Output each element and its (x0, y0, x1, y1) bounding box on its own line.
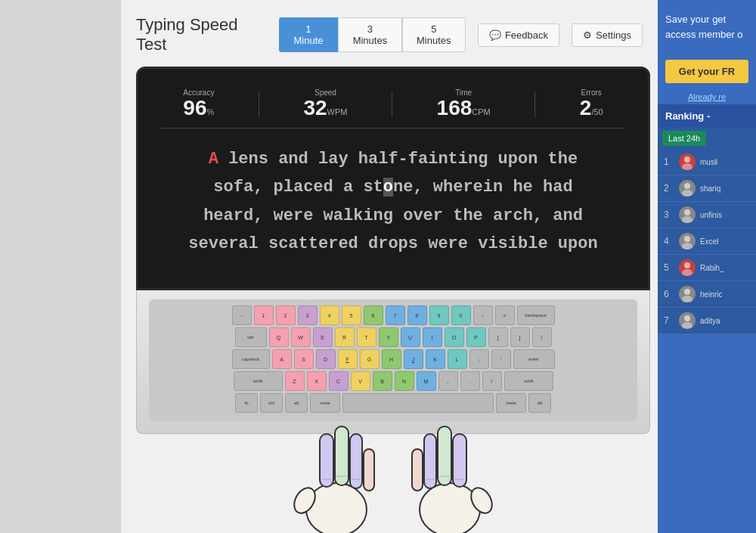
key-x: X (307, 371, 327, 391)
stat-errors: Errors 2/50 (580, 88, 603, 120)
key-v: V (351, 371, 370, 391)
errors-value: 2 (580, 96, 592, 119)
avatar (679, 286, 696, 302)
key-ralt: alt (528, 393, 551, 413)
btn-3min[interactable]: 3 Minutes (338, 17, 401, 52)
chat-icon: 💬 (489, 29, 501, 41)
svg-point-31 (682, 322, 692, 329)
text-line3: heard, were walking over the arch, and (203, 206, 583, 225)
key-d: D (316, 349, 336, 369)
key-lshift: lshift (234, 371, 283, 391)
ranking-item: 4 Excel (658, 228, 756, 255)
left-sidebar (0, 0, 121, 533)
rank-number: 5 (664, 262, 674, 273)
svg-point-22 (684, 209, 690, 215)
main-content: Typing Speed Test 1 Minute 3 Minutes 5 M… (121, 0, 658, 533)
char-error: A (209, 150, 218, 169)
key-5: 5 (342, 305, 361, 325)
key-alt: alt (285, 393, 308, 413)
svg-point-19 (682, 163, 692, 170)
already-link[interactable]: Already re (658, 89, 756, 104)
avatar (679, 259, 696, 276)
svg-rect-4 (350, 434, 362, 488)
key-lmeta: meta (310, 393, 340, 413)
btn-5min[interactable]: 5 Minutes (402, 17, 466, 52)
text-line1: lens and lay half-fainting upon the (218, 150, 578, 169)
time-unit: CPM (472, 107, 490, 116)
key-s: S (294, 349, 314, 369)
key-4: 4 (320, 305, 339, 325)
keyboard: ~ 1 2 3 4 5 6 7 8 9 0 - = backspace (149, 299, 637, 421)
left-hand (291, 419, 382, 533)
feedback-label: Feedback (505, 29, 548, 41)
btn-1min[interactable]: 1 Minute (279, 17, 339, 52)
text-line2: sofa, placed a st (213, 178, 383, 197)
divider-2 (392, 91, 392, 117)
key-tilde: ~ (232, 305, 252, 325)
rank-username: aditya (700, 317, 720, 325)
svg-point-25 (682, 243, 692, 249)
key-a: A (272, 349, 292, 369)
key-y: Y (379, 327, 398, 347)
text-line2b: ne, wherein he had (393, 178, 573, 197)
avatar (679, 312, 696, 329)
key-k: K (426, 349, 445, 369)
time-button-group: 1 Minute 3 Minutes 5 Minutes (279, 17, 466, 52)
text-line4: several scattered drops were visible upo… (188, 234, 597, 253)
rank-username: unfinis (700, 211, 722, 219)
hands-container (136, 419, 650, 533)
key-minus: - (473, 305, 493, 325)
screen-bezel: Accuracy 96% Speed 32WPM Time (136, 67, 650, 290)
ranking-item: 1 musli (658, 149, 756, 175)
key-m: M (417, 371, 436, 391)
key-enter: enter (513, 349, 555, 369)
key-f: F (338, 349, 358, 369)
ranking-item: 7 aditya (658, 308, 756, 334)
key-space (342, 393, 494, 413)
ranking-list: 1 musli 2 shariq 3 unfinis 4 (658, 149, 756, 334)
key-b: B (373, 371, 392, 391)
stat-time: Time 168CPM (437, 88, 491, 120)
rank-number: 1 (664, 156, 674, 167)
typing-text-display[interactable]: A lens and lay half-fainting upon the so… (161, 138, 625, 266)
accuracy-unit: % (207, 107, 215, 116)
key-fn: fn (235, 393, 258, 413)
divider-1 (259, 91, 259, 117)
key-comma: , (438, 371, 458, 391)
zxcv-row: lshift Z X C V B N M , . / rshift (155, 371, 631, 391)
right-sidebar: Save your get access member o Get your F… (658, 0, 756, 533)
promo-text: Save your get access member o (665, 14, 743, 40)
svg-point-24 (684, 236, 690, 242)
svg-point-21 (682, 190, 692, 197)
settings-button[interactable]: ⚙ Settings (572, 23, 643, 47)
key-2: 2 (276, 305, 296, 325)
key-7: 7 (386, 305, 405, 325)
key-8: 8 (407, 305, 427, 325)
key-i: I (423, 327, 442, 347)
keyboard-area: ~ 1 2 3 4 5 6 7 8 9 0 - = backspace (136, 290, 650, 434)
key-t: T (357, 327, 376, 347)
key-ctrl: ctrl (260, 393, 283, 413)
rank-username: musli (700, 158, 717, 166)
svg-point-23 (682, 216, 692, 223)
key-n: N (395, 371, 414, 391)
key-9: 9 (429, 305, 449, 325)
page-title: Typing Speed Test (136, 15, 264, 54)
accuracy-value: 96 (183, 96, 206, 119)
key-w: W (291, 327, 311, 347)
screen-inner: Accuracy 96% Speed 32WPM Time (146, 76, 640, 280)
key-3: 3 (298, 305, 318, 325)
get-free-button[interactable]: Get your FR (665, 60, 748, 83)
feedback-button[interactable]: 💬 Feedback (478, 23, 559, 47)
gear-icon: ⚙ (583, 29, 592, 41)
rank-number: 4 (664, 236, 674, 246)
key-rmeta: meta (496, 393, 526, 413)
svg-point-29 (682, 296, 692, 302)
ranking-item: 2 shariq (658, 175, 756, 202)
key-l: L (448, 349, 467, 369)
ranking-header: Ranking - (658, 104, 756, 128)
stats-bar: Accuracy 96% Speed 32WPM Time (161, 88, 625, 129)
svg-point-30 (684, 315, 690, 321)
ranking-tab[interactable]: Last 24h (662, 131, 706, 146)
key-j: J (404, 349, 423, 369)
